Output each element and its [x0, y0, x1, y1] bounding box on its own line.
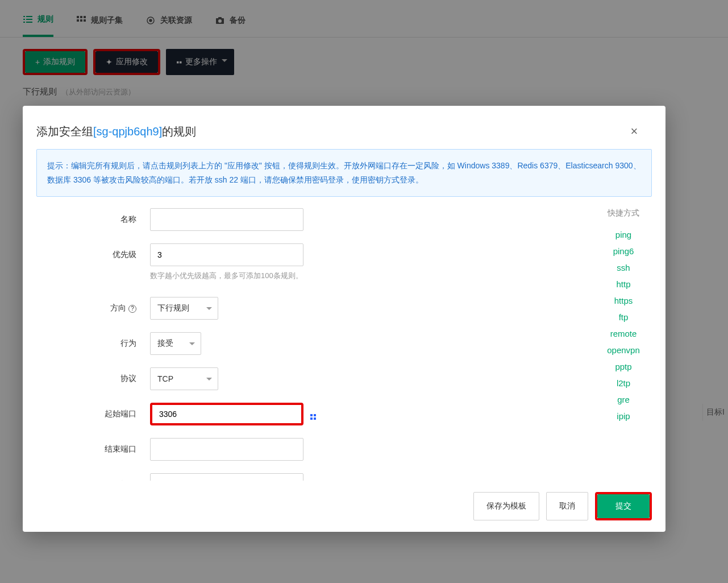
- form-row-protocol: 协议 TCP: [36, 367, 595, 390]
- form-column: 名称 优先级 数字越小优先级越高，最多可添加100条规则。 方向? 下行规则: [36, 208, 595, 481]
- shortcut-remote[interactable]: remote: [595, 325, 652, 342]
- shortcut-ssh[interactable]: ssh: [595, 259, 652, 276]
- protocol-select[interactable]: TCP: [150, 367, 218, 390]
- tip-message: 提示：编辑完所有规则后，请点击规则列表上方的 "应用修改" 按钮，使得规则生效。…: [36, 149, 652, 197]
- priority-hint: 数字越小优先级越高，最多可添加100条规则。: [150, 271, 595, 281]
- cancel-button[interactable]: 取消: [546, 492, 588, 520]
- shortcut-pptp[interactable]: pptp: [595, 358, 652, 375]
- start-port-label: 起始端口: [36, 409, 150, 419]
- name-input[interactable]: [150, 208, 303, 231]
- shortcut-gre[interactable]: gre: [595, 391, 652, 408]
- form-row-name: 名称: [36, 208, 595, 231]
- shortcut-openvpn[interactable]: openvpn: [595, 342, 652, 358]
- submit-button[interactable]: 提交: [597, 494, 650, 518]
- shortcut-ping[interactable]: ping: [595, 226, 652, 243]
- form-row-source-ip: 源IP: [36, 473, 595, 481]
- close-button[interactable]: ×: [626, 123, 643, 140]
- dots-grid-icon: [310, 414, 316, 420]
- form-row-priority-wrap: 优先级 数字越小优先级越高，最多可添加100条规则。: [36, 243, 595, 281]
- end-port-input[interactable]: [150, 438, 303, 461]
- title-suffix: 的规则: [162, 125, 196, 138]
- protocol-value: TCP: [157, 374, 173, 383]
- chevron-down-icon: [206, 307, 212, 310]
- shortcut-http[interactable]: http: [595, 276, 652, 292]
- action-label: 行为: [36, 338, 150, 349]
- priority-input[interactable]: [150, 243, 303, 266]
- direction-label-text: 方向: [110, 303, 126, 312]
- shortcuts-title: 快捷方式: [595, 208, 652, 218]
- modal-footer: 保存为模板 取消 提交: [23, 481, 665, 532]
- shortcut-l2tp[interactable]: l2tp: [595, 375, 652, 391]
- save-template-button[interactable]: 保存为模板: [473, 492, 539, 520]
- modal-body: 名称 优先级 数字越小优先级越高，最多可添加100条规则。 方向? 下行规则: [23, 208, 665, 481]
- chevron-down-icon: [189, 342, 195, 345]
- priority-label: 优先级: [36, 250, 150, 260]
- name-label: 名称: [36, 214, 150, 225]
- start-port-input[interactable]: [152, 405, 301, 423]
- modal-header: 添加安全组[sg-qpjb6qh9]的规则 ×: [23, 106, 665, 149]
- action-select[interactable]: 接受: [150, 332, 201, 355]
- modal-title: 添加安全组[sg-qpjb6qh9]的规则: [36, 124, 196, 139]
- help-icon[interactable]: ?: [128, 305, 136, 313]
- direction-label: 方向?: [36, 303, 150, 313]
- protocol-label: 协议: [36, 374, 150, 384]
- chevron-down-icon: [206, 378, 212, 381]
- shortcuts-column: 快捷方式 ping ping6 ssh http https ftp remot…: [595, 208, 652, 481]
- direction-select[interactable]: 下行规则: [150, 297, 218, 320]
- form-row-sourceip-wrap: 源IP 例如 192.168.9.1/24 或 fe80::5054:a8ff:…: [36, 473, 595, 481]
- form-row-start-port: 起始端口: [36, 403, 595, 425]
- shortcut-ping6[interactable]: ping6: [595, 243, 652, 259]
- form-row-direction: 方向? 下行规则: [36, 297, 595, 320]
- highlight-box-start-port: [150, 403, 303, 425]
- direction-value: 下行规则: [157, 303, 189, 313]
- title-prefix: 添加安全组: [36, 125, 93, 138]
- highlight-box-submit: 提交: [595, 492, 652, 520]
- security-group-id: [sg-qpjb6qh9]: [93, 125, 162, 138]
- form-row-end-port: 结束端口: [36, 438, 595, 461]
- source-ip-input[interactable]: [150, 473, 303, 481]
- form-row-action: 行为 接受: [36, 332, 595, 355]
- close-icon: ×: [631, 124, 638, 139]
- shortcut-ftp[interactable]: ftp: [595, 309, 652, 325]
- add-rule-modal: 添加安全组[sg-qpjb6qh9]的规则 × 提示：编辑完所有规则后，请点击规…: [23, 106, 665, 532]
- shortcut-https[interactable]: https: [595, 292, 652, 309]
- end-port-label: 结束端口: [36, 444, 150, 454]
- form-row-priority: 优先级: [36, 243, 595, 266]
- action-value: 接受: [157, 338, 173, 349]
- expand-port-button[interactable]: [310, 409, 316, 420]
- shortcut-ipip[interactable]: ipip: [595, 408, 652, 424]
